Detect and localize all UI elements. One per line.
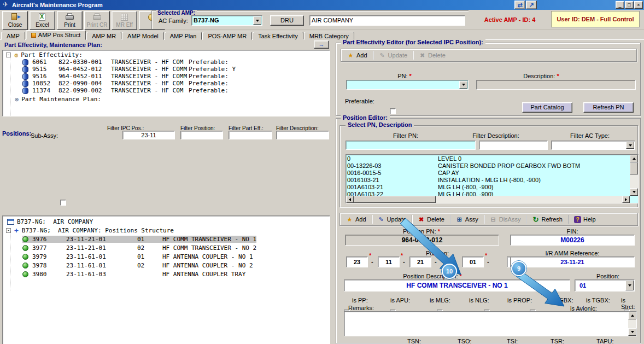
tab-amp-pos-struct[interactable]: AMP Pos Struct	[26, 30, 86, 40]
pe-delete-button[interactable]: ✖ Delete	[415, 50, 449, 61]
pn-list-row[interactable]: 001A6103-21MLG LH (-800, -900)	[347, 184, 628, 191]
filter-description-input[interactable]	[276, 131, 329, 139]
minimize-button[interactable]: _	[616, 1, 624, 9]
pos-assy-button[interactable]: ⊞Assy	[452, 214, 482, 225]
sub-assy-checkbox[interactable]	[60, 200, 66, 206]
tab-amp-model-label: AMP Model	[127, 33, 159, 39]
position-description-field[interactable]: HF COMM TRANSCEIVER - NO 1	[344, 279, 570, 291]
positions-tree[interactable]: B737-NG; AIR COMPANY - + B737-NG; AIR CO…	[2, 215, 330, 344]
mr-eff-button[interactable]: MR Eff	[112, 11, 137, 30]
filter-ipc-input[interactable]: 23-11	[122, 131, 175, 139]
ac-family-select[interactable]: B737-NG	[191, 15, 262, 26]
horizontal-scrollbar[interactable]	[346, 196, 630, 203]
position-segment-4[interactable]: 01	[462, 256, 484, 267]
scroll-up-button[interactable]	[628, 312, 636, 319]
position-description-label-text: Position Description:	[403, 273, 458, 279]
pos-update-button[interactable]: ✎Update	[374, 214, 410, 225]
pe-update-button[interactable]: ✎ Update	[375, 50, 411, 61]
is-strct-label: is Strct:	[621, 297, 640, 310]
part-effectivity-root-row[interactable]: - ⚙ Part Effectivity:	[3, 51, 330, 59]
tab-amp-model[interactable]: AMP Model	[122, 32, 164, 40]
pe-add-button[interactable]: ★ Add	[343, 50, 371, 61]
excel-button[interactable]: X Excel	[30, 11, 55, 30]
scroll-thumb[interactable]	[630, 162, 638, 174]
scroll-left-icon	[349, 198, 351, 201]
tab-mrb-category[interactable]: MRB Category	[304, 32, 354, 40]
pn-list[interactable]: 0LEVEL 0 00-13226-03CANISTER BONDED PROP…	[346, 154, 639, 203]
refresh-pn-button[interactable]: Refresh PN	[583, 102, 634, 113]
scroll-right-icon	[625, 198, 627, 201]
filter-pn-input[interactable]	[346, 141, 476, 150]
pn-list-row[interactable]: 0LEVEL 0	[347, 155, 628, 162]
company-field[interactable]: AIR COMPANY	[309, 15, 465, 26]
part-row[interactable]: 6061 822-0330-001 TRANSCEIVER - HF COM P…	[3, 59, 330, 66]
dropdown-arrow-icon[interactable]	[626, 142, 634, 149]
pn-list-row[interactable]: 00-13226-03CANISTER BONDED PROP GEARBOX …	[347, 162, 628, 170]
position-number-select[interactable]: 01	[575, 279, 635, 291]
filter-ac-type-select[interactable]	[551, 141, 635, 150]
positions-structure-root-row[interactable]: - + B737-NG; AIR COMPANY: Positions Stru…	[3, 226, 330, 235]
part-id: 10852	[32, 80, 58, 87]
pos-help-button[interactable]: ?Help	[570, 214, 600, 225]
is-apu-label: is APU:	[390, 297, 410, 304]
close-window-button[interactable]: ×	[634, 1, 643, 9]
position-icon	[22, 271, 28, 277]
position-row[interactable]: 397623-11-21-0101HF COMM TRANSCEIVER - N…	[3, 235, 330, 243]
tab-amp-plan[interactable]: AMP Plan	[165, 32, 202, 40]
position-segment-2[interactable]: 11	[378, 256, 400, 267]
position-segment-1[interactable]: 23	[346, 256, 368, 267]
position-row[interactable]: 398023-11-61-03HF ANTENNA COUPLER TRAY	[3, 270, 330, 278]
scroll-up-button[interactable]	[630, 155, 638, 162]
dropdown-arrow-icon[interactable]	[459, 81, 467, 89]
position-segment-3[interactable]: 21	[409, 256, 431, 267]
filter-position-input[interactable]	[180, 131, 223, 139]
dropdown-arrow-icon[interactable]	[253, 16, 261, 25]
part-row[interactable]: 9515 964-0452-012 TRANSCEIVER - HF COMM …	[3, 66, 330, 73]
part-maintenance-plan-row[interactable]: ⊗ Part Maintenance Plan:	[3, 96, 330, 103]
scroll-right-button[interactable]	[622, 196, 630, 203]
tab-task-effectivity[interactable]: Task Effectivity	[253, 32, 303, 40]
remarks-textarea[interactable]	[344, 311, 637, 336]
position-row[interactable]: 397923-11-61-0101HF ANTENNA COUPLER - NO…	[3, 252, 330, 261]
pn-list-row[interactable]: 0016-0015-5CAP AY	[347, 170, 628, 177]
transfer-arrow-button[interactable]: →	[314, 40, 329, 49]
filter-part-eff-input[interactable]	[229, 131, 272, 139]
dropdown-arrow-icon[interactable]	[625, 281, 634, 290]
part-effectivity-tree[interactable]: - ⚙ Part Effectivity: 6061 822-0330-001 …	[2, 50, 330, 116]
scroll-down-button[interactable]	[628, 328, 636, 336]
print-cr-button[interactable]: Print CR	[84, 11, 110, 30]
position-row[interactable]: 397723-11-21-0102HF COMM TRANSCEIVER - N…	[3, 243, 330, 252]
pn-list-row[interactable]: 0016103-21INSTALLATION - MLG LH (-800, -…	[347, 177, 628, 184]
close-button[interactable]: Close	[2, 11, 28, 30]
position-row[interactable]: 397823-11-61-0102HF ANTENNA COUPLER - NO…	[3, 261, 330, 270]
tab-amp[interactable]: AMP	[1, 32, 25, 40]
pos-disassy-button[interactable]: ⊟DisAssy	[486, 214, 525, 225]
scroll-down-button[interactable]	[630, 188, 638, 196]
preferable-checkbox[interactable]	[390, 108, 396, 114]
title-tool-open-button[interactable]: ↗	[526, 1, 537, 9]
tab-amp-mr[interactable]: AMP MR	[86, 32, 121, 40]
maximize-button[interactable]: □	[625, 1, 634, 9]
pn-select[interactable]	[346, 80, 469, 90]
pos-refresh-button[interactable]: ↻Refresh	[528, 214, 566, 225]
pos-add-button[interactable]: ★Add	[342, 214, 370, 225]
part-catalog-button[interactable]: Part Catalog	[522, 102, 572, 113]
pos-delete-button[interactable]: ✖Delete	[414, 214, 448, 225]
title-tool-swap-button[interactable]: ⇄	[514, 1, 525, 9]
filter-description-input[interactable]	[479, 141, 548, 150]
vertical-scrollbar[interactable]	[630, 155, 638, 196]
required-marker: *	[438, 228, 440, 235]
amm-reference-field[interactable]: 23-11-21	[510, 256, 635, 267]
scroll-left-button[interactable]	[346, 196, 354, 203]
part-preferable: Preferable:	[189, 59, 229, 66]
fin-field[interactable]: M00226	[510, 235, 635, 246]
print-button[interactable]: Print	[57, 11, 83, 30]
part-row[interactable]: 10852 822-0990-004 TRANSCEIVER - HF COM …	[3, 80, 330, 87]
scroll-thumb[interactable]	[354, 196, 436, 203]
part-row[interactable]: 9516 964-0452-011 TRANSCEIVER - HF COMM …	[3, 73, 330, 80]
dru-button[interactable]: DRU	[270, 15, 304, 26]
remarks-scrollbar[interactable]	[628, 312, 636, 336]
positions-root-row[interactable]: B737-NG; AIR COMPANY	[3, 217, 330, 226]
part-row[interactable]: 11374 822-0990-002 TRANSCEIVER - HF COM …	[3, 87, 330, 94]
tab-pos-amp-mr[interactable]: POS-AMP MR	[202, 32, 252, 40]
